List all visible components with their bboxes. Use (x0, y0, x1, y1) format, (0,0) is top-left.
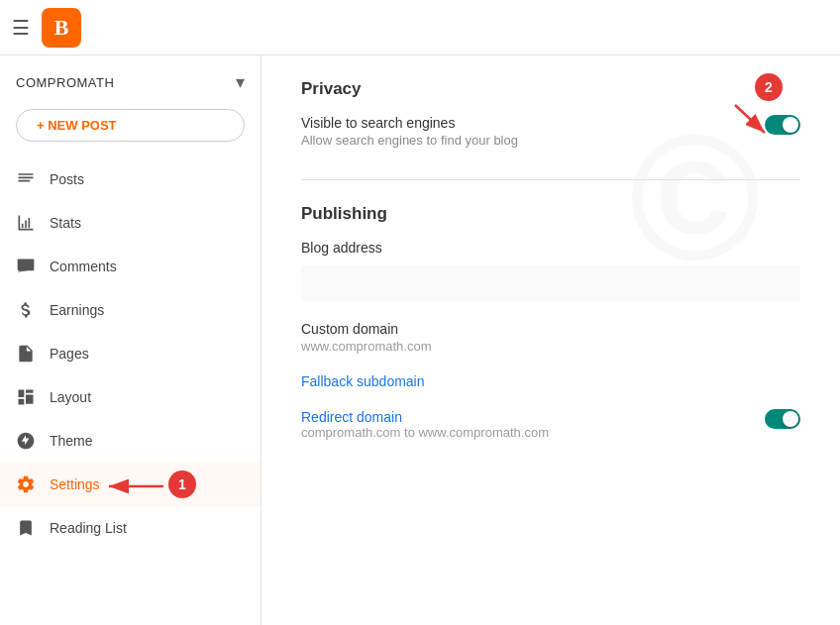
sidebar-item-comments[interactable]: Comments (0, 245, 261, 288)
sidebar-item-stats[interactable]: Stats (0, 201, 261, 245)
sidebar-item-settings-label: Settings (50, 476, 100, 492)
redirect-domain-text-block: Redirect domain compromath.com to www.co… (301, 409, 549, 440)
sidebar-item-layout-label: Layout (50, 389, 91, 405)
publishing-section: Publishing Blog address Custom domain ww… (301, 180, 800, 471)
redirect-domain-value: compromath.com to www.compromath.com (301, 425, 549, 440)
annotation-1: 1 (168, 470, 196, 498)
privacy-section: Privacy Visible to search engines Allow … (301, 55, 800, 180)
sidebar-item-reading-list-label: Reading List (50, 520, 127, 536)
sidebar-item-layout[interactable]: Layout (0, 375, 261, 419)
arrow-1 (99, 476, 168, 496)
sidebar-item-earnings-label: Earnings (50, 302, 104, 318)
privacy-title: Privacy (301, 79, 800, 99)
sidebar-item-earnings[interactable]: Earnings (0, 288, 261, 332)
redirect-domain-toggle[interactable] (765, 409, 800, 429)
sidebar-item-theme[interactable]: Theme (0, 419, 261, 463)
custom-domain-label: Custom domain (301, 321, 800, 337)
visible-to-search-desc: Allow search engines to find your blog (301, 133, 518, 148)
blog-selector[interactable]: COMPROMATH ▾ (0, 55, 261, 105)
blog-address-label: Blog address (301, 240, 800, 256)
reading-list-icon (16, 518, 36, 538)
comments-icon (16, 257, 36, 276)
visible-to-search-label: Visible to search engines (301, 115, 518, 131)
sidebar-item-pages[interactable]: Pages (0, 332, 261, 375)
svg-rect-0 (18, 260, 35, 271)
stats-icon (16, 213, 36, 233)
redirect-toggle-container (765, 409, 800, 429)
settings-icon (16, 474, 36, 494)
sidebar-item-theme-label: Theme (50, 433, 93, 449)
content-area: © Privacy Visible to search engines Allo… (262, 55, 840, 625)
visible-to-search-row: Visible to search engines Allow search e… (301, 115, 800, 148)
blogger-logo: B (42, 8, 81, 48)
blog-address-field[interactable] (301, 265, 800, 301)
visible-to-search-toggle[interactable] (765, 115, 800, 135)
custom-domain-block: Custom domain www.compromath.com (301, 321, 800, 354)
sidebar-item-reading-list[interactable]: Reading List (0, 506, 261, 550)
posts-icon (16, 169, 36, 189)
custom-domain-value: www.compromath.com (301, 339, 800, 354)
sidebar-item-comments-label: Comments (50, 259, 117, 274)
earnings-icon (16, 300, 36, 320)
sidebar-item-stats-label: Stats (50, 215, 81, 231)
app-header: ☰ B (0, 0, 840, 55)
fallback-subdomain-block: Fallback subdomain (301, 373, 800, 389)
svg-line-4 (735, 105, 765, 133)
chevron-down-icon: ▾ (236, 71, 245, 93)
layout-icon (16, 387, 36, 407)
redirect-domain-row: Redirect domain compromath.com to www.co… (301, 409, 800, 440)
sidebar-item-posts-label: Posts (50, 171, 84, 187)
sidebar-item-pages-label: Pages (50, 346, 89, 362)
hamburger-menu-icon[interactable]: ☰ (12, 16, 30, 40)
blog-name: COMPROMATH (16, 75, 114, 90)
fallback-subdomain-label[interactable]: Fallback subdomain (301, 373, 800, 389)
pages-icon (16, 344, 36, 364)
visible-to-search-text-block: Visible to search engines Allow search e… (301, 115, 518, 148)
theme-icon (16, 431, 36, 451)
new-post-button[interactable]: + NEW POST (16, 109, 245, 142)
annotation-2: 2 (755, 73, 783, 101)
publishing-title: Publishing (301, 204, 800, 224)
sidebar-item-posts[interactable]: Posts (0, 157, 261, 201)
main-layout: COMPROMATH ▾ + NEW POST Posts Stats Comm… (0, 55, 840, 625)
visible-toggle-container: 2 (765, 115, 800, 135)
blog-address-block: Blog address (301, 240, 800, 301)
sidebar-item-settings[interactable]: Settings 1 (0, 463, 261, 506)
sidebar: COMPROMATH ▾ + NEW POST Posts Stats Comm… (0, 55, 262, 625)
redirect-domain-label[interactable]: Redirect domain (301, 409, 549, 425)
